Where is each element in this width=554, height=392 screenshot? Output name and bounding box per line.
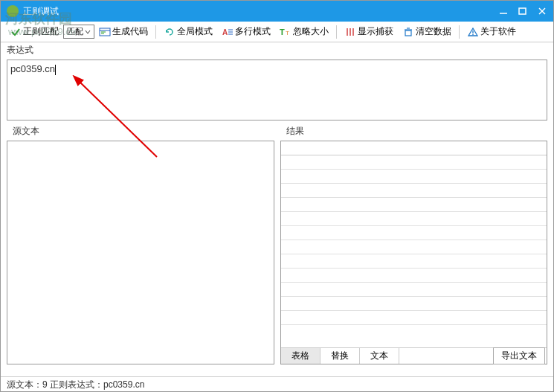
- separator: [155, 25, 156, 39]
- svg-text:T: T: [286, 30, 289, 36]
- generate-code-button[interactable]: 生成代码: [94, 24, 152, 39]
- table-row: [281, 254, 547, 269]
- multiline-mode-button[interactable]: A 多行模式: [217, 24, 275, 39]
- separator: [459, 25, 460, 39]
- separator: [336, 25, 337, 39]
- tab-replace[interactable]: 替换: [321, 348, 360, 364]
- close-button[interactable]: [537, 6, 547, 16]
- minimize-button[interactable]: [498, 6, 509, 16]
- show-capture-button[interactable]: 显示捕获: [340, 24, 398, 39]
- multiline-label: 多行模式: [235, 25, 271, 38]
- clear-data-button[interactable]: 清空数据: [398, 24, 456, 39]
- global-mode-label: 全局模式: [177, 25, 213, 38]
- code-icon: [99, 26, 111, 38]
- about-button[interactable]: 关于软件: [463, 24, 521, 39]
- source-label: 源文本: [7, 123, 274, 139]
- export-text-button[interactable]: 导出文本: [493, 347, 545, 364]
- svg-text:T: T: [280, 28, 285, 36]
- gen-code-label: 生成代码: [112, 25, 148, 38]
- table-row: [281, 170, 547, 184]
- source-textarea[interactable]: [7, 141, 274, 364]
- regex-match-label: 正则匹配: [23, 25, 59, 38]
- regex-match-button[interactable]: 正则匹配: [5, 24, 63, 39]
- text-cursor: [55, 65, 56, 75]
- clear-data-label: 清空数据: [416, 25, 451, 38]
- tab-text[interactable]: 文本: [360, 348, 399, 364]
- status-text: 源文本：9 正则表达式：pc0359.cn: [7, 379, 144, 390]
- table-row: [281, 184, 547, 198]
- global-mode-button[interactable]: 全局模式: [159, 24, 217, 39]
- table-row: [281, 269, 547, 283]
- result-label: 结果: [280, 123, 548, 139]
- result-tabs: 表格 替换 文本 导出文本: [281, 347, 547, 364]
- case-icon: TT: [280, 26, 292, 38]
- titlebar: 正则调试: [1, 1, 553, 22]
- about-label: 关于软件: [480, 25, 516, 38]
- table-row: [281, 311, 547, 325]
- match-combo-label: 匹配: [67, 26, 83, 37]
- maximize-button[interactable]: [518, 6, 528, 16]
- table-header-row: [281, 141, 547, 155]
- table-row: [281, 155, 547, 170]
- capture-icon: [344, 26, 356, 38]
- result-grid[interactable]: [281, 141, 547, 347]
- table-row: [281, 283, 547, 297]
- multiline-icon: A: [222, 26, 233, 38]
- expression-value: pc0359.cn: [10, 63, 55, 74]
- svg-rect-1: [519, 8, 526, 14]
- window-title: 正则调试: [23, 5, 498, 18]
- toolbar: 正则匹配 匹配 生成代码 全局模式 A 多行模式 TT 忽略大小 显: [1, 22, 553, 42]
- svg-point-21: [472, 33, 474, 35]
- table-row: [281, 212, 547, 226]
- chevron-down-icon: [85, 28, 91, 36]
- statusbar: 源文本：9 正则表达式：pc0359.cn: [1, 376, 553, 391]
- show-capture-label: 显示捕获: [358, 25, 393, 38]
- ignore-case-label: 忽略大小: [293, 25, 329, 38]
- svg-text:A: A: [222, 28, 228, 36]
- clear-icon: [402, 26, 414, 38]
- table-row: [281, 240, 547, 254]
- expression-input[interactable]: pc0359.cn: [7, 60, 547, 121]
- tab-table[interactable]: 表格: [281, 348, 321, 364]
- warning-icon: [467, 26, 479, 38]
- table-row: [281, 297, 547, 311]
- table-row: [281, 198, 547, 212]
- match-combo[interactable]: 匹配: [63, 25, 94, 39]
- expression-label: 表达式: [1, 42, 553, 58]
- result-panel: 表格 替换 文本 导出文本: [280, 141, 548, 364]
- check-icon: [10, 26, 22, 38]
- refresh-icon: [164, 26, 175, 38]
- app-icon: [7, 5, 19, 17]
- table-row: [281, 226, 547, 240]
- ignore-case-button[interactable]: TT 忽略大小: [275, 24, 333, 39]
- svg-rect-17: [405, 30, 411, 36]
